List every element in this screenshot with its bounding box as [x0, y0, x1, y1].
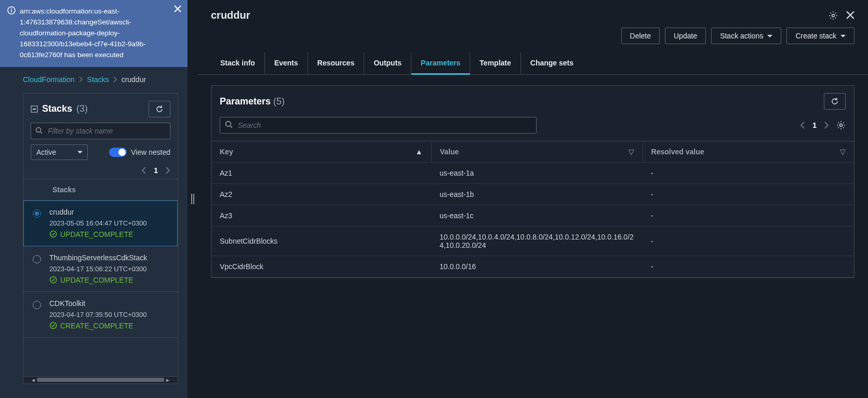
breadcrumb-current: cruddur	[122, 75, 146, 84]
sort-icon: ▽	[840, 148, 846, 156]
cell-key: Az3	[211, 205, 431, 227]
status-filter-value: Active	[36, 148, 56, 156]
page-title: cruddur	[211, 9, 250, 21]
sort-icon: ▽	[629, 148, 634, 156]
sort-asc-icon: ▲	[416, 148, 423, 156]
create-stack-button[interactable]: Create stack	[786, 28, 854, 44]
svg-rect-1	[11, 10, 12, 12]
tab-change-sets[interactable]: Change sets	[521, 52, 583, 74]
stack-timestamp: 2023-04-17 07:35:50 UTC+0300	[49, 311, 147, 319]
status-filter-select[interactable]: Active	[31, 144, 88, 160]
prev-page-button[interactable]	[800, 122, 805, 129]
next-page-button[interactable]	[165, 167, 170, 174]
parameter-search-input[interactable]	[220, 117, 537, 134]
cell-value: 10.0.0.0/16	[431, 256, 643, 277]
stacks-title-text: Stacks	[42, 103, 72, 114]
svg-point-13	[840, 124, 843, 127]
cell-resolved: -	[643, 163, 854, 184]
cell-value: us-east-1c	[431, 205, 643, 227]
svg-rect-9	[191, 194, 192, 204]
sidebar-page-number: 1	[154, 166, 158, 175]
radio-selected[interactable]	[33, 209, 41, 218]
radio[interactable]	[33, 301, 41, 309]
view-nested-toggle[interactable]	[109, 148, 127, 157]
stack-timestamp: 2023-05-05 16:04:47 UTC+0300	[49, 219, 147, 227]
close-icon[interactable]	[174, 5, 181, 12]
cell-value: us-east-1a	[431, 163, 643, 184]
stack-name: CDKToolkit	[49, 299, 147, 308]
column-resolved-label: Resolved value	[651, 148, 704, 156]
horizontal-scrollbar[interactable]: ◄ ►	[23, 376, 178, 383]
chevron-right-icon	[79, 76, 83, 83]
svg-point-11	[832, 14, 835, 17]
sidebar: arn:aws:cloudformation:us-east-1:4763138…	[0, 0, 188, 398]
gear-icon[interactable]	[829, 11, 838, 20]
caret-down-icon	[840, 35, 846, 37]
check-circle-icon	[49, 276, 57, 284]
tab-resources[interactable]: Resources	[308, 52, 365, 74]
table-row: SubnetCidrBlocks 10.0.0.0/24,10.0.4.0/24…	[211, 227, 854, 256]
tab-template[interactable]: Template	[470, 52, 520, 74]
next-page-button[interactable]	[824, 122, 829, 129]
svg-point-5	[36, 127, 41, 132]
stack-actions-button[interactable]: Stack actions	[711, 28, 781, 44]
refresh-button[interactable]	[149, 101, 170, 117]
collapse-icon[interactable]	[31, 105, 38, 113]
cell-resolved: -	[643, 227, 854, 256]
stack-list: cruddur 2023-05-05 16:04:47 UTC+0300 UPD…	[23, 201, 178, 376]
cell-resolved: -	[643, 205, 854, 227]
cell-key: SubnetCidrBlocks	[211, 227, 431, 256]
cell-key: Az1	[211, 163, 431, 184]
chevron-right-icon	[113, 76, 117, 83]
tab-outputs[interactable]: Outputs	[364, 52, 411, 74]
breadcrumb-stacks[interactable]: Stacks	[87, 75, 109, 84]
stack-name: cruddur	[49, 208, 147, 216]
stack-item[interactable]: CDKToolkit 2023-04-17 07:35:50 UTC+0300 …	[23, 292, 178, 338]
main: cruddur Delete Update Stack actions Crea…	[197, 0, 868, 398]
close-panel-icon[interactable]	[846, 11, 854, 20]
column-value[interactable]: Value ▽	[431, 141, 643, 163]
table-row: Az1 us-east-1a -	[211, 163, 854, 184]
cell-value: 10.0.0.0/24,10.0.4.0/24,10.0.8.0/24,10.0…	[431, 227, 643, 256]
breadcrumb: CloudFormation Stacks cruddur	[0, 67, 188, 88]
tabs: Stack info Events Resources Outputs Para…	[197, 52, 868, 75]
caret-down-icon	[767, 35, 772, 37]
stacks-list-header: Stacks	[23, 179, 178, 201]
action-bar: Delete Update Stack actions Create stack	[197, 23, 868, 52]
stack-item-cruddur[interactable]: cruddur 2023-05-05 16:04:47 UTC+0300 UPD…	[23, 201, 178, 246]
column-key[interactable]: Key ▲	[211, 141, 431, 163]
stack-status-text: CREATE_COMPLETE	[60, 322, 133, 330]
column-resolved[interactable]: Resolved value ▽	[643, 141, 854, 163]
prev-page-button[interactable]	[141, 167, 146, 174]
cell-key: Az2	[211, 184, 431, 205]
column-key-label: Key	[220, 148, 233, 156]
stacks-panel: Stacks (3) Active View nested	[23, 93, 178, 384]
check-circle-icon	[49, 230, 57, 238]
table-settings-icon[interactable]	[836, 121, 846, 130]
stack-filter-input[interactable]	[31, 123, 170, 139]
parameters-panel: Parameters (5) 1	[211, 85, 854, 278]
panel-refresh-button[interactable]	[824, 93, 846, 110]
stack-item[interactable]: ThumbingServerlessCdkStack 2023-04-17 15…	[23, 246, 178, 292]
radio[interactable]	[33, 255, 41, 263]
svg-rect-4	[33, 109, 36, 110]
scroll-right-icon[interactable]: ►	[165, 377, 170, 383]
cell-key: VpcCidrBlock	[211, 256, 431, 277]
breadcrumb-root[interactable]: CloudFormation	[23, 75, 75, 84]
tab-parameters[interactable]: Parameters	[411, 52, 470, 75]
tab-events[interactable]: Events	[265, 52, 308, 74]
update-button[interactable]: Update	[665, 28, 706, 44]
stack-name: ThumbingServerlessCdkStack	[49, 254, 147, 262]
parameters-table: Key ▲ Value ▽ Resolved value ▽ Az1	[211, 141, 854, 277]
split-handle[interactable]	[188, 0, 197, 398]
tab-stack-info[interactable]: Stack info	[211, 52, 265, 74]
scrollbar-thumb[interactable]	[37, 378, 164, 382]
delete-button[interactable]: Delete	[621, 28, 660, 44]
panel-title: Parameters (5)	[220, 96, 285, 107]
stack-status: UPDATE_COMPLETE	[49, 230, 147, 238]
check-circle-icon	[49, 322, 57, 329]
scroll-left-icon[interactable]: ◄	[31, 377, 36, 383]
flash-notice: arn:aws:cloudformation:us-east-1:4763138…	[0, 0, 188, 67]
sidebar-pager: 1	[23, 164, 178, 179]
cell-value: us-east-1b	[431, 184, 643, 205]
